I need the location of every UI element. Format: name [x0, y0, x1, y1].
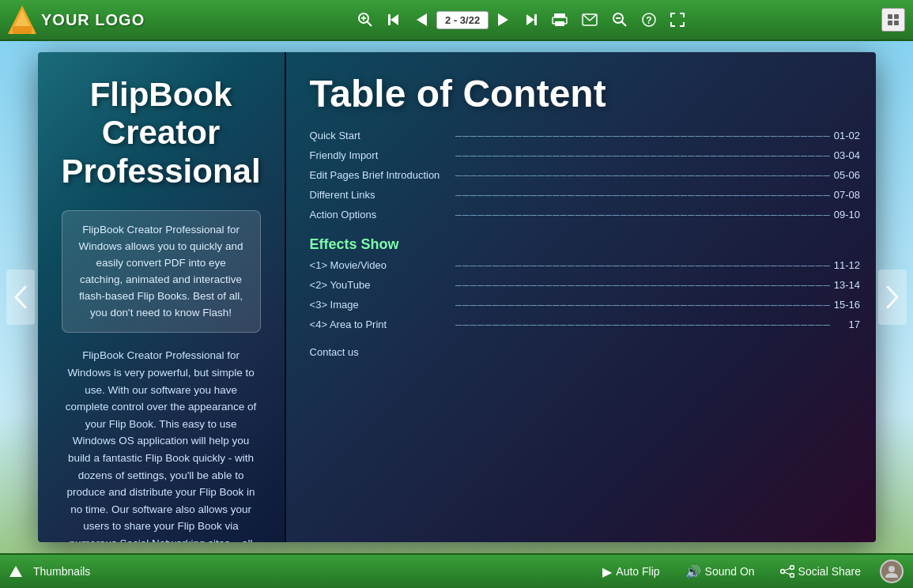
- svg-rect-23: [888, 14, 892, 19]
- thumbnails-icon: [9, 566, 22, 577]
- svg-text:?: ?: [646, 15, 651, 26]
- effects-item-label: <2> YouTube: [310, 279, 452, 291]
- toolbar-controls: 2 - 3/22: [168, 9, 873, 31]
- thumbnails-button[interactable]: Thumbnails: [27, 562, 96, 581]
- effects-item-label: <1> Movie/Video: [310, 259, 452, 271]
- logo-icon: [8, 6, 36, 34]
- svg-line-32: [784, 572, 790, 575]
- effects-heading: Effects Show: [310, 236, 860, 253]
- svg-marker-9: [417, 13, 427, 26]
- effects-item-dots: ────────────────────────────────────────…: [455, 319, 846, 330]
- view-mode-button[interactable]: [881, 8, 905, 32]
- zoom-in-button[interactable]: [353, 9, 378, 31]
- view-toggle[interactable]: [881, 8, 905, 32]
- fullscreen-icon: [670, 13, 685, 27]
- effects-item: <2> YouTube ────────────────────────────…: [310, 279, 860, 291]
- left-arrow-icon: [14, 286, 27, 308]
- zoom-out-button[interactable]: [607, 9, 632, 31]
- contact-line: Contact us: [310, 346, 860, 358]
- social-share-button[interactable]: Social Share: [774, 562, 867, 581]
- toc-item-label: Edit Pages Brief Introduction: [310, 169, 452, 181]
- social-share-icon: [780, 565, 794, 578]
- svg-point-30: [790, 574, 794, 578]
- prev-page-nav-button[interactable]: [6, 270, 35, 325]
- toc-item: Edit Pages Brief Introduction ──────────…: [310, 169, 860, 181]
- effects-item-pages: 15-16: [834, 299, 860, 311]
- print-button[interactable]: [547, 9, 572, 30]
- help-icon: ?: [642, 13, 656, 27]
- first-page-icon: [387, 13, 402, 27]
- effects-item: <1> Movie/Video ────────────────────────…: [310, 259, 860, 271]
- view-mode-icon: [887, 13, 900, 26]
- user-avatar[interactable]: [880, 560, 904, 583]
- right-page: Table of Content Quick Start ───────────…: [286, 52, 876, 542]
- effects-item-dots: ────────────────────────────────────────…: [455, 280, 831, 291]
- toc-item-dots: ────────────────────────────────────────…: [455, 170, 831, 181]
- sound-on-label: Sound On: [705, 565, 755, 578]
- fullscreen-button[interactable]: [666, 9, 689, 30]
- svg-rect-15: [555, 21, 564, 26]
- description-box-text: FlipBook Creator Professional for Window…: [79, 224, 243, 318]
- right-arrow-icon: [886, 286, 899, 308]
- svg-line-6: [368, 22, 372, 27]
- page-indicator: 2 - 3/22: [436, 11, 489, 29]
- effects-item: <4> Area to Print ──────────────────────…: [310, 318, 860, 330]
- effects-item-pages: 13-14: [834, 279, 860, 291]
- prev-page-icon: [416, 13, 427, 27]
- status-right: ▶ Auto Flip 🔊 Sound On Social Share: [596, 560, 904, 583]
- svg-marker-27: [9, 566, 22, 577]
- toc-title: Table of Content: [310, 72, 860, 115]
- help-button[interactable]: ?: [637, 9, 661, 30]
- avatar-icon: [885, 564, 899, 579]
- toc-item-label: Different Links: [310, 189, 452, 201]
- last-page-button[interactable]: [519, 9, 542, 30]
- auto-flip-button[interactable]: ▶ Auto Flip: [596, 561, 666, 582]
- toolbar: YOUR LOGO 2 - 3/22: [0, 0, 913, 41]
- statusbar: Thumbnails ▶ Auto Flip 🔊 Sound On Social…: [0, 553, 913, 588]
- mail-button[interactable]: [577, 10, 602, 29]
- effects-item-pages: 11-12: [834, 259, 860, 271]
- first-page-button[interactable]: [383, 9, 406, 30]
- auto-flip-icon: ▶: [602, 564, 612, 579]
- toc-item: Different Links ────────────────────────…: [310, 189, 860, 201]
- sound-icon: 🔊: [685, 564, 701, 579]
- svg-point-16: [563, 19, 564, 21]
- body-text: FlipBook Creator Professional for Window…: [62, 347, 261, 542]
- effects-list: <1> Movie/Video ────────────────────────…: [310, 259, 860, 338]
- toc-item-label: Action Options: [310, 209, 452, 220]
- toc-item-dots: ────────────────────────────────────────…: [455, 209, 831, 220]
- svg-marker-10: [498, 13, 508, 26]
- toc-item-pages: 09-10: [834, 209, 860, 220]
- toc-item: Quick Start ────────────────────────────…: [310, 130, 860, 141]
- sound-on-button[interactable]: 🔊 Sound On: [679, 561, 761, 582]
- toc-item-pages: 05-06: [834, 169, 860, 181]
- svg-point-29: [790, 566, 794, 570]
- svg-rect-7: [388, 14, 390, 25]
- prev-page-button[interactable]: [411, 9, 432, 30]
- social-share-label: Social Share: [798, 565, 861, 578]
- svg-rect-26: [894, 21, 899, 25]
- toc-item-dots: ────────────────────────────────────────…: [455, 130, 831, 141]
- effects-item-label: <3> Image: [310, 299, 452, 311]
- toc-item-dots: ────────────────────────────────────────…: [455, 150, 831, 161]
- main-area: FlipBook Creator Professional FlipBook C…: [0, 41, 913, 553]
- toc-item-label: Friendly Import: [310, 149, 452, 161]
- next-page-nav-button[interactable]: [878, 270, 907, 325]
- svg-rect-11: [534, 14, 537, 25]
- toc-item-pages: 07-08: [834, 189, 860, 201]
- toc-item-pages: 03-04: [834, 149, 860, 161]
- zoom-out-icon: [612, 12, 628, 28]
- svg-marker-12: [526, 14, 534, 25]
- svg-rect-24: [894, 14, 899, 19]
- effects-item-dots: ────────────────────────────────────────…: [455, 260, 831, 271]
- toc-item: Action Options ─────────────────────────…: [310, 209, 860, 220]
- logo-area: YOUR LOGO: [8, 6, 145, 34]
- next-page-button[interactable]: [493, 9, 514, 30]
- print-icon: [552, 13, 568, 27]
- svg-point-28: [780, 570, 784, 574]
- svg-rect-2: [13, 26, 32, 34]
- toc-list: Quick Start ────────────────────────────…: [310, 130, 860, 228]
- svg-line-31: [784, 568, 790, 571]
- thumbnails-label: Thumbnails: [33, 565, 90, 578]
- svg-point-33: [888, 566, 895, 572]
